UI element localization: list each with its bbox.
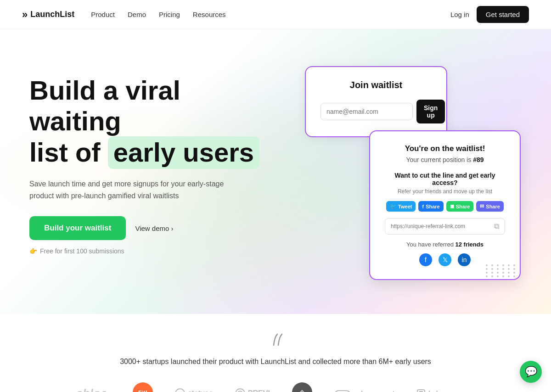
logos-row: chloe. Fit! statyes PREVI ◈ enhancemeet … bbox=[0, 382, 551, 392]
view-demo-button[interactable]: View demo › bbox=[135, 224, 173, 232]
referral-link-text: https://unique-referral-link.com bbox=[391, 223, 490, 230]
pointing-icon: 👉 bbox=[29, 247, 37, 255]
hero-headline: Build a viral waiting list of early user… bbox=[29, 75, 277, 169]
svg-point-2 bbox=[175, 389, 185, 392]
join-card-title: Join waitlist bbox=[320, 80, 432, 90]
logo-previ: PREVI bbox=[235, 388, 270, 392]
confirmed-title: You're on the waitlist! bbox=[385, 144, 505, 153]
whatsapp-icon: ◼ bbox=[450, 203, 454, 209]
svg-text:Fit!: Fit! bbox=[138, 389, 147, 392]
logo-fit: Fit! bbox=[133, 382, 153, 392]
logo-statyes: statyes bbox=[175, 388, 213, 392]
logo-chloe: chloe. bbox=[76, 386, 111, 392]
email-icon: ✉ bbox=[480, 203, 484, 209]
join-card-form: Sign up bbox=[320, 100, 432, 123]
facebook-social-icon[interactable]: f bbox=[419, 253, 432, 266]
copy-icon[interactable]: ⧉ bbox=[494, 222, 499, 230]
logo-icon: » bbox=[22, 9, 28, 21]
logo-enhancemeet: enhancemeet bbox=[334, 389, 394, 392]
nav-resources[interactable]: Resources bbox=[193, 11, 226, 18]
email-input[interactable] bbox=[320, 103, 413, 120]
confirmed-ref-text: Refer your friends and move up the list bbox=[385, 188, 505, 195]
join-waitlist-card: Join waitlist Sign up bbox=[305, 66, 447, 137]
hero-widgets: Join waitlist Sign up You're on the wait… bbox=[296, 66, 522, 286]
share-twitter-button[interactable]: 🐦 Tweet bbox=[386, 201, 416, 212]
login-button[interactable]: Log in bbox=[450, 11, 469, 18]
logo[interactable]: » LaunchList bbox=[22, 9, 74, 21]
free-note: 👉 Free for first 100 submissions bbox=[29, 247, 277, 255]
nav-demo[interactable]: Demo bbox=[128, 11, 146, 18]
linkedin-social-icon[interactable]: in bbox=[458, 253, 471, 266]
logo-arch: ◈ bbox=[292, 382, 312, 392]
share-email-button[interactable]: ✉ Share bbox=[476, 201, 504, 212]
referral-link-row: https://unique-referral-link.com ⧉ bbox=[385, 218, 505, 235]
confirmed-cta-title: Want to cut the line and get early acces… bbox=[385, 172, 505, 186]
hero-text: Build a viral waiting list of early user… bbox=[29, 66, 277, 255]
chat-button[interactable]: 💬 bbox=[520, 361, 542, 383]
share-whatsapp-button[interactable]: ◼ Share bbox=[446, 201, 474, 212]
nav-right: Log in Get started bbox=[450, 6, 529, 23]
confirmed-card: You're on the waitlist! Your current pos… bbox=[369, 130, 521, 280]
hero-content: Build a viral waiting list of early user… bbox=[0, 29, 551, 286]
signup-button[interactable]: Sign up bbox=[416, 100, 445, 123]
bottom-icon bbox=[0, 332, 551, 350]
share-buttons: 🐦 Tweet f Share ◼ Share ✉ Share bbox=[385, 201, 505, 212]
nav-pricing[interactable]: Pricing bbox=[159, 11, 180, 18]
share-facebook-button[interactable]: f Share bbox=[418, 201, 443, 212]
bottom-tagline: 3000+ startups launched their product wi… bbox=[0, 358, 551, 366]
referred-count: You have referred 12 friends bbox=[385, 241, 505, 248]
twitter-social-icon[interactable]: 𝕏 bbox=[439, 253, 451, 266]
hero-actions: Build your waitlist View demo › bbox=[29, 216, 277, 240]
chat-icon: 💬 bbox=[525, 366, 537, 378]
svg-text:◈: ◈ bbox=[299, 388, 305, 392]
logo-text: LaunchList bbox=[30, 10, 74, 19]
twitter-icon: 🐦 bbox=[390, 203, 396, 209]
facebook-icon: f bbox=[422, 204, 424, 209]
confirmed-position: Your current position is #89 bbox=[385, 156, 505, 163]
logo-balance-money: balance money bbox=[416, 389, 475, 392]
build-waitlist-button[interactable]: Build your waitlist bbox=[29, 216, 126, 240]
get-started-button[interactable]: Get started bbox=[477, 6, 529, 23]
hero-section: Build a viral waiting list of early user… bbox=[0, 29, 551, 314]
decorative-dots bbox=[486, 264, 517, 277]
nav-product[interactable]: Product bbox=[91, 11, 115, 18]
nav-links: Product Demo Pricing Resources bbox=[91, 11, 225, 18]
hero-highlight: early users bbox=[108, 136, 259, 169]
bottom-section: 3000+ startups launched their product wi… bbox=[0, 314, 551, 392]
hero-subtext: Save launch time and get more signups fo… bbox=[29, 178, 250, 202]
